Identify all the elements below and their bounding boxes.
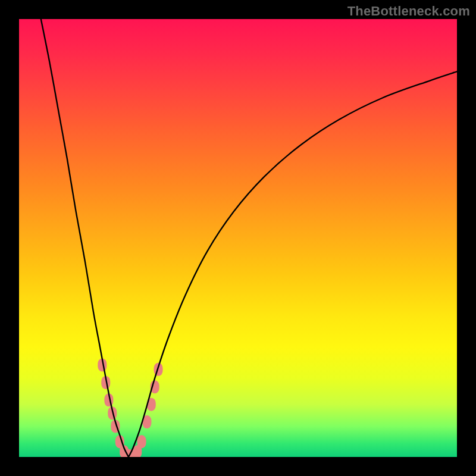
marker-point (137, 435, 146, 448)
right-branch-curve (129, 71, 457, 457)
watermark-text: TheBottleneck.com (347, 4, 470, 19)
chart-frame: TheBottleneck.com (0, 0, 476, 476)
markers-group (98, 358, 162, 457)
left-branch-curve (41, 19, 129, 457)
curve-layer (19, 19, 457, 457)
